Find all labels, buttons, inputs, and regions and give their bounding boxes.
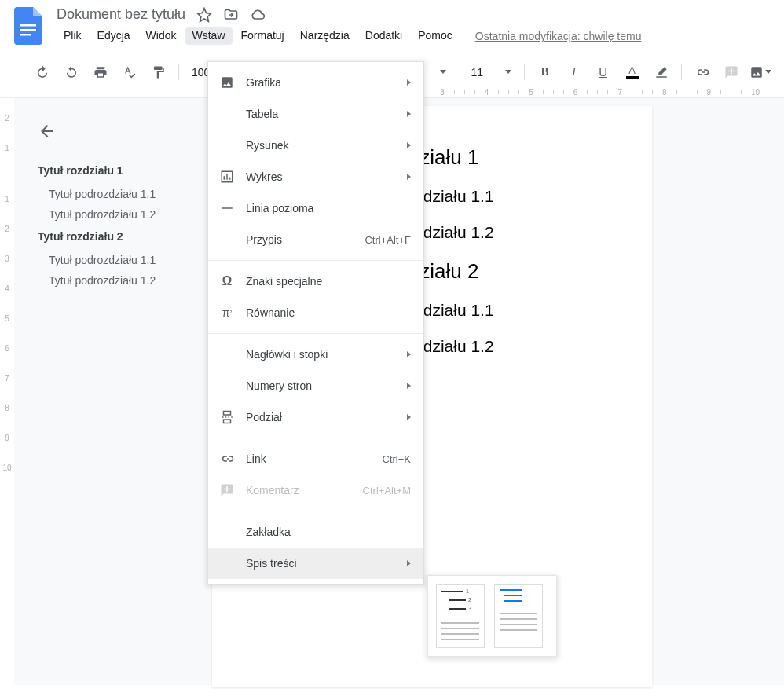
svg-rect-1 [20, 29, 36, 31]
outline-item[interactable]: Tytuł podrozdziału 1.1 [49, 254, 190, 266]
move-icon[interactable] [223, 7, 239, 23]
outline-item[interactable]: Tytuł rozdziału 1 [38, 164, 190, 177]
toc-option-numbered[interactable]: 1 2 3 [436, 584, 485, 648]
outline-item[interactable]: Tytuł podrozdziału 1.1 [49, 188, 190, 200]
shortcut-text: Ctrl+Alt+M [363, 485, 411, 497]
menu-item-zakladka[interactable]: Zakładka [208, 516, 423, 548]
print-icon[interactable] [90, 61, 111, 83]
menu-item-naglowki-stopki[interactable]: Nagłówki i stopki [208, 339, 423, 370]
equation-icon: π² [219, 305, 235, 321]
menu-item-podzial[interactable]: Podział [208, 401, 423, 433]
menu-item-grafika[interactable]: Grafika [208, 67, 423, 98]
menu-edycja[interactable]: Edycja [90, 27, 137, 45]
menu-item-rysunek[interactable]: Rysunek [208, 130, 423, 161]
submenu-arrow-icon [407, 414, 411, 420]
menu-dodatki[interactable]: Dodatki [358, 27, 409, 45]
menu-wstaw[interactable]: Wstaw [185, 27, 233, 45]
menu-item-link[interactable]: Link Ctrl+K [208, 443, 423, 475]
menu-item-linia-pozioma[interactable]: Linia pozioma [208, 192, 423, 224]
menu-item-znaki-specjalne[interactable]: Ω Znaki specjalne [208, 266, 423, 297]
underline-icon[interactable]: U [592, 61, 614, 83]
chevron-down-icon [505, 70, 511, 74]
undo-icon[interactable] [31, 61, 53, 83]
add-comment-icon[interactable] [720, 61, 742, 83]
menu-plik[interactable]: Plik [57, 27, 89, 45]
menu-item-przypis[interactable]: Przypis Ctrl+Alt+F [208, 224, 423, 255]
redo-icon[interactable] [60, 61, 82, 83]
menubar: Plik Edycja Widok Wstaw Formatuj Narzędz… [57, 27, 784, 45]
highlight-color-icon[interactable] [650, 61, 672, 83]
submenu-arrow-icon [407, 560, 411, 566]
svg-rect-2 [20, 34, 31, 36]
menu-item-komentarz: Komentarz Ctrl+Alt+M [208, 475, 423, 506]
insert-image-icon[interactable] [749, 61, 771, 83]
toc-submenu: 1 2 3 [427, 575, 557, 657]
menu-item-rownanie[interactable]: π² Równanie [208, 297, 423, 328]
omega-icon: Ω [219, 273, 235, 289]
header: Dokument bez tytułu Plik Edycja Widok Ws… [0, 0, 784, 46]
link-icon [219, 451, 235, 467]
svg-rect-0 [20, 24, 36, 27]
chevron-down-icon [765, 70, 771, 74]
menu-formatuj[interactable]: Formatuj [234, 27, 291, 45]
page-break-icon [219, 409, 235, 425]
horizontal-line-icon [219, 200, 235, 216]
shortcut-text: Ctrl+Alt+F [365, 234, 411, 246]
comment-icon [219, 482, 235, 498]
document-title[interactable]: Dokument bez tytułu [57, 6, 185, 23]
docs-app-icon[interactable] [13, 6, 44, 46]
star-icon[interactable] [196, 7, 212, 23]
italic-icon[interactable]: I [563, 61, 584, 83]
image-icon [219, 75, 235, 90]
cloud-status-icon[interactable] [250, 7, 266, 23]
text-color-icon[interactable]: A [621, 61, 643, 83]
menu-item-numery-stron[interactable]: Numery stron [208, 370, 423, 401]
menu-item-tabela[interactable]: Tabela [208, 98, 423, 130]
submenu-arrow-icon [407, 383, 411, 389]
bold-icon[interactable]: B [534, 61, 555, 83]
toc-option-links[interactable] [494, 584, 543, 648]
vertical-ruler[interactable]: 2 1 1 2 3 4 5 6 7 8 9 10 [0, 98, 14, 685]
font-size-select[interactable]: 11 [468, 66, 515, 79]
outline-item[interactable]: Tytuł podrozdziału 1.2 [49, 274, 190, 287]
insert-link-icon[interactable] [691, 61, 713, 83]
insert-menu-dropdown: Grafika Tabela Rysunek Wykres Linia pozi… [207, 61, 424, 585]
spellcheck-icon[interactable] [119, 61, 140, 83]
menu-item-spis-tresci[interactable]: Spis treści [208, 548, 423, 579]
outline-back-button[interactable] [38, 122, 190, 141]
submenu-arrow-icon [407, 142, 411, 148]
menu-pomoc[interactable]: Pomoc [411, 27, 460, 45]
paint-format-icon[interactable] [148, 61, 169, 83]
menu-widok[interactable]: Widok [139, 27, 184, 45]
menu-narzedzia[interactable]: Narzędzia [293, 27, 357, 45]
submenu-arrow-icon [407, 351, 411, 357]
outline-item[interactable]: Tytuł rozdziału 2 [38, 230, 190, 243]
outline-sidebar: Tytuł rozdziału 1 Tytuł podrozdziału 1.1… [14, 98, 206, 685]
menu-item-wykres[interactable]: Wykres [208, 161, 423, 192]
submenu-arrow-icon [407, 174, 411, 180]
outline-item[interactable]: Tytuł podrozdziału 1.2 [49, 208, 190, 221]
last-edit-link[interactable]: Ostatnia modyfikacja: chwilę temu [475, 30, 642, 42]
shortcut-text: Ctrl+K [383, 453, 411, 465]
chevron-down-icon[interactable] [440, 70, 446, 74]
submenu-arrow-icon [407, 79, 411, 86]
chart-icon [219, 169, 235, 185]
submenu-arrow-icon [407, 111, 411, 117]
svg-rect-4 [222, 207, 233, 209]
